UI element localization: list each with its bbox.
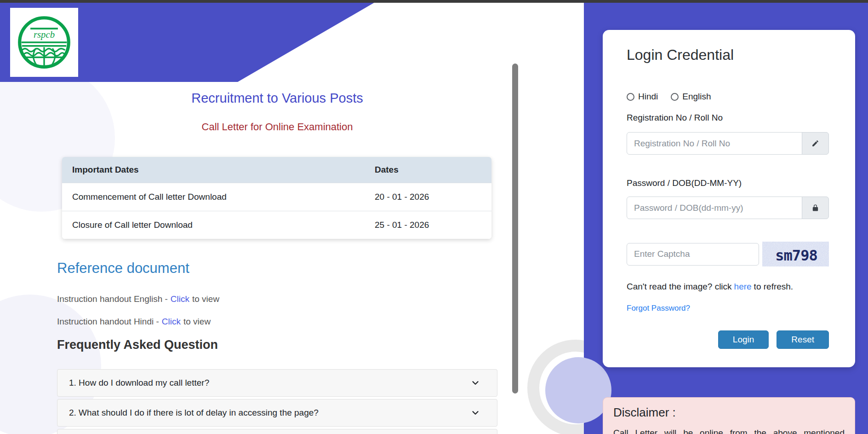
chevron-down-icon bbox=[470, 408, 480, 418]
captcha-refresh-link[interactable]: here bbox=[734, 282, 752, 291]
header-banner bbox=[0, 0, 584, 82]
column-header-important-dates: Important Dates bbox=[62, 157, 375, 183]
password-label: Password / DOB(DD-MM-YY) bbox=[627, 178, 742, 188]
lock-icon bbox=[802, 197, 829, 219]
table-row: Commencement of Call letter Download 20 … bbox=[62, 183, 491, 211]
table-header-row: Important Dates Dates bbox=[62, 157, 491, 183]
instruction-handout-hindi: Instruction handout Hindi -Clickto view bbox=[57, 317, 211, 327]
instruction-text: Instruction handout Hindi - bbox=[57, 317, 159, 326]
english-radio-label: English bbox=[682, 92, 711, 102]
disclaimer-box: Disclaimer : Call Letter will be online … bbox=[603, 397, 855, 434]
page-subtitle: Call Letter for Online Examination bbox=[57, 121, 497, 133]
instruction-text: to view bbox=[183, 317, 211, 326]
hindi-radio-label: Hindi bbox=[638, 92, 658, 102]
language-selector: Hindi English bbox=[627, 92, 724, 102]
faq-item-3-partial[interactable] bbox=[57, 429, 497, 434]
rspcb-logo-graphic: rspcb bbox=[14, 12, 74, 72]
english-radio[interactable] bbox=[671, 93, 679, 101]
captcha-image: sm798 bbox=[762, 242, 829, 266]
forgot-password-link[interactable]: Forgot Password? bbox=[627, 304, 690, 313]
faq-item-2[interactable]: 2. What should I do if there is lot of d… bbox=[57, 399, 497, 427]
refresh-text: to refresh. bbox=[754, 282, 794, 291]
decorative-circle-lavender bbox=[545, 357, 611, 423]
page-title: Recruitment to Various Posts bbox=[57, 91, 497, 106]
pencil-icon bbox=[802, 132, 829, 155]
chevron-down-icon bbox=[470, 378, 480, 388]
rspcb-logo: rspcb bbox=[10, 8, 78, 77]
column-header-dates: Dates bbox=[375, 157, 491, 183]
login-card-title: Login Credential bbox=[627, 46, 734, 64]
reset-button[interactable]: Reset bbox=[777, 330, 829, 349]
event-label: Closure of Call letter Download bbox=[62, 211, 375, 239]
disclaimer-text: Call Letter will be online from the abov… bbox=[613, 427, 845, 434]
password-input-group bbox=[627, 197, 829, 219]
instruction-text: to view bbox=[192, 294, 219, 304]
instruction-english-link[interactable]: Click bbox=[171, 294, 189, 304]
faq-item-1[interactable]: 1. How do I download my call letter? bbox=[57, 369, 497, 397]
password-input[interactable] bbox=[627, 197, 802, 219]
table-row: Closure of Call letter Download 25 - 01 … bbox=[62, 211, 491, 239]
captcha-text: sm798 bbox=[775, 247, 817, 264]
captcha-row: sm798 bbox=[627, 242, 829, 266]
event-label: Commencement of Call letter Download bbox=[62, 183, 375, 211]
hindi-radio[interactable] bbox=[627, 93, 634, 101]
faq-question: 2. What should I do if there is lot of d… bbox=[69, 408, 319, 418]
faq-heading: Frequently Asked Question bbox=[57, 338, 218, 352]
reference-document-heading: Reference document bbox=[57, 260, 189, 277]
registration-label: Registration No / Roll No bbox=[627, 113, 723, 123]
login-credential-card: Login Credential Hindi English Registrat… bbox=[603, 30, 855, 367]
captcha-refresh-line: Can't read the image? clickhereto refres… bbox=[627, 282, 793, 292]
important-dates-table: Important Dates Dates Commencement of Ca… bbox=[62, 157, 491, 239]
login-button[interactable]: Login bbox=[718, 330, 769, 349]
page: rspcb Recruitment to Various Posts Call … bbox=[0, 0, 868, 434]
scrollbar-thumb[interactable] bbox=[512, 64, 518, 393]
faq-question: 1. How do I download my call letter? bbox=[69, 378, 209, 388]
top-dark-strip bbox=[0, 0, 868, 3]
disclaimer-title: Disclaimer : bbox=[613, 405, 845, 420]
instruction-hindi-link[interactable]: Click bbox=[162, 317, 181, 326]
instruction-text: Instruction handout English - bbox=[57, 294, 168, 304]
registration-input[interactable] bbox=[627, 132, 802, 155]
event-date: 25 - 01 - 2026 bbox=[375, 211, 491, 239]
event-date: 20 - 01 - 2026 bbox=[375, 183, 491, 211]
captcha-input[interactable] bbox=[627, 243, 759, 266]
instruction-handout-english: Instruction handout English -Clickto vie… bbox=[57, 294, 219, 304]
login-buttons-row: Login Reset bbox=[627, 330, 829, 349]
logo-text: rspcb bbox=[34, 29, 55, 40]
registration-input-group bbox=[627, 132, 829, 155]
refresh-text: Can't read the image? click bbox=[627, 282, 732, 291]
